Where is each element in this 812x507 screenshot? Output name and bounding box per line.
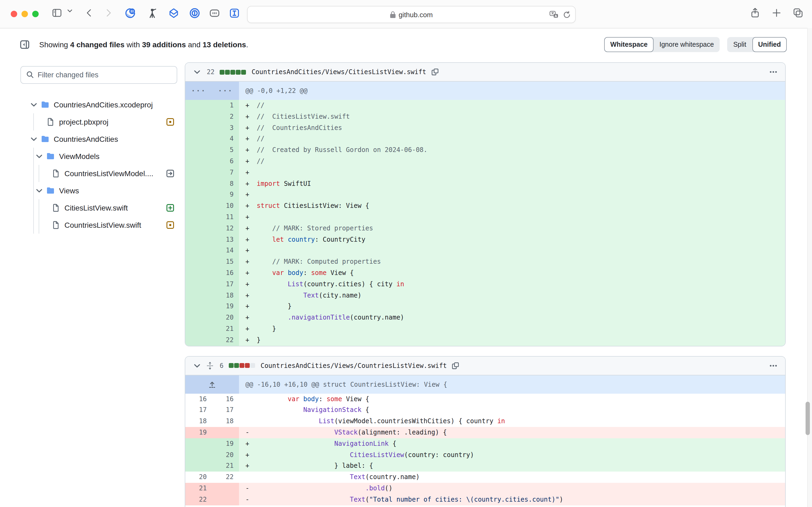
expand-hunk-control[interactable]: ······: [185, 81, 239, 100]
forward-button[interactable]: [103, 7, 114, 18]
new-line-number[interactable]: 14: [212, 245, 239, 257]
old-line-number[interactable]: 16: [185, 393, 212, 405]
toggle-split[interactable]: Split: [728, 37, 752, 52]
new-line-number[interactable]: 20: [212, 312, 239, 323]
new-line-number[interactable]: 17: [212, 279, 239, 290]
old-line-number[interactable]: [185, 189, 212, 201]
collapse-file-chevron-icon[interactable]: [193, 361, 201, 370]
new-line-number[interactable]: [212, 483, 239, 494]
collapse-file-chevron-icon[interactable]: [193, 68, 201, 76]
new-line-number[interactable]: 17: [212, 405, 239, 416]
old-line-number[interactable]: [185, 100, 212, 111]
hunk-dots-icon[interactable]: ···: [185, 81, 212, 100]
old-line-number[interactable]: [185, 111, 212, 122]
new-tab-icon[interactable]: [771, 7, 782, 18]
tree-item-folder[interactable]: CountriesAndCities.xcodeproj: [20, 96, 177, 113]
new-line-number[interactable]: 19: [212, 438, 239, 449]
zoom-window-button[interactable]: [32, 11, 39, 17]
new-line-number[interactable]: [212, 494, 239, 505]
new-line-number[interactable]: 18: [212, 416, 239, 427]
tree-item-file[interactable]: CountriesListView.swift: [20, 216, 177, 234]
old-line-number[interactable]: 21: [185, 483, 212, 494]
file-options-kebab-icon[interactable]: [769, 361, 777, 370]
reload-icon[interactable]: [563, 10, 571, 18]
new-line-number[interactable]: 18: [212, 290, 239, 301]
new-line-number[interactable]: 6: [212, 156, 239, 167]
share-icon[interactable]: [750, 7, 760, 18]
extension-camera-icon[interactable]: [147, 7, 158, 19]
old-line-number[interactable]: [185, 279, 212, 290]
extension-chat-icon[interactable]: [209, 7, 220, 19]
new-line-number[interactable]: 4: [212, 133, 239, 145]
new-line-number[interactable]: 11: [212, 212, 239, 223]
toggle-unified[interactable]: Unified: [752, 37, 787, 52]
expand-up-icon[interactable]: [185, 375, 239, 393]
chevron-down-icon[interactable]: [30, 135, 38, 144]
old-line-number[interactable]: 20: [185, 471, 212, 483]
new-line-number[interactable]: 1: [212, 100, 239, 111]
old-line-number[interactable]: 18: [185, 416, 212, 427]
new-line-number[interactable]: 9: [212, 189, 239, 201]
file-options-kebab-icon[interactable]: [769, 68, 777, 76]
new-line-number[interactable]: 21: [212, 460, 239, 472]
expand-hunk-control[interactable]: [185, 375, 239, 393]
old-line-number[interactable]: [185, 234, 212, 245]
extension-capital-i-icon[interactable]: [229, 7, 240, 19]
old-line-number[interactable]: 19: [185, 427, 212, 438]
tree-item-file[interactable]: CitiesListView.swift: [20, 199, 177, 216]
new-line-number[interactable]: [212, 427, 239, 438]
tree-item-folder[interactable]: ViewModels: [20, 148, 177, 165]
new-line-number[interactable]: 19: [212, 301, 239, 312]
tree-item-file[interactable]: project.pbxproj: [20, 113, 177, 130]
old-line-number[interactable]: 22: [185, 494, 212, 505]
copy-path-icon[interactable]: [451, 361, 460, 370]
old-line-number[interactable]: [185, 122, 212, 133]
translate-icon[interactable]: [549, 10, 559, 18]
new-line-number[interactable]: 21: [212, 323, 239, 335]
new-line-number[interactable]: 16: [212, 393, 239, 405]
new-line-number[interactable]: 3: [212, 122, 239, 133]
new-line-number[interactable]: 20: [212, 449, 239, 460]
new-line-number[interactable]: 10: [212, 200, 239, 212]
scrollbar-track[interactable]: [807, 28, 812, 507]
tab-overview-icon[interactable]: [793, 7, 803, 18]
old-line-number[interactable]: 17: [185, 405, 212, 416]
collapse-file-tree-button[interactable]: [19, 39, 31, 51]
old-line-number[interactable]: [185, 268, 212, 279]
sidebar-toggle-button[interactable]: [52, 7, 62, 18]
old-line-number[interactable]: [185, 145, 212, 156]
address-bar[interactable]: github.com: [247, 6, 576, 23]
old-line-number[interactable]: [185, 245, 212, 257]
tree-item-file[interactable]: CountriesListViewModel....: [20, 165, 177, 182]
toggle-whitespace[interactable]: Whitespace: [604, 37, 653, 52]
new-line-number[interactable]: 16: [212, 268, 239, 279]
old-line-number[interactable]: [185, 256, 212, 268]
hunk-dots-icon[interactable]: ···: [212, 81, 239, 100]
old-line-number[interactable]: [185, 133, 212, 145]
new-line-number[interactable]: 15: [212, 256, 239, 268]
old-line-number[interactable]: [185, 167, 212, 178]
new-line-number[interactable]: 12: [212, 223, 239, 234]
old-line-number[interactable]: [185, 334, 212, 346]
chevron-down-icon[interactable]: [35, 152, 44, 161]
scrollbar-thumb[interactable]: [806, 402, 810, 435]
new-line-number[interactable]: 8: [212, 178, 239, 189]
old-line-number[interactable]: [185, 323, 212, 335]
new-line-number[interactable]: 2: [212, 111, 239, 122]
extension-onepassword-icon[interactable]: [189, 7, 200, 19]
old-line-number[interactable]: [185, 438, 212, 449]
old-line-number[interactable]: [185, 312, 212, 323]
old-line-number[interactable]: [185, 301, 212, 312]
old-line-number[interactable]: 23: [185, 505, 212, 507]
filter-changed-files-input[interactable]: [21, 70, 177, 79]
new-line-number[interactable]: 13: [212, 234, 239, 245]
tree-item-folder[interactable]: Views: [20, 182, 177, 199]
sidebar-menu-chevron[interactable]: [67, 7, 73, 14]
chevron-down-icon[interactable]: [30, 101, 38, 109]
minimize-window-button[interactable]: [21, 11, 28, 17]
old-line-number[interactable]: [185, 449, 212, 460]
chevron-down-icon[interactable]: [35, 186, 44, 195]
copy-path-icon[interactable]: [430, 68, 439, 76]
old-line-number[interactable]: [185, 156, 212, 167]
drag-handle-icon[interactable]: [206, 361, 214, 370]
